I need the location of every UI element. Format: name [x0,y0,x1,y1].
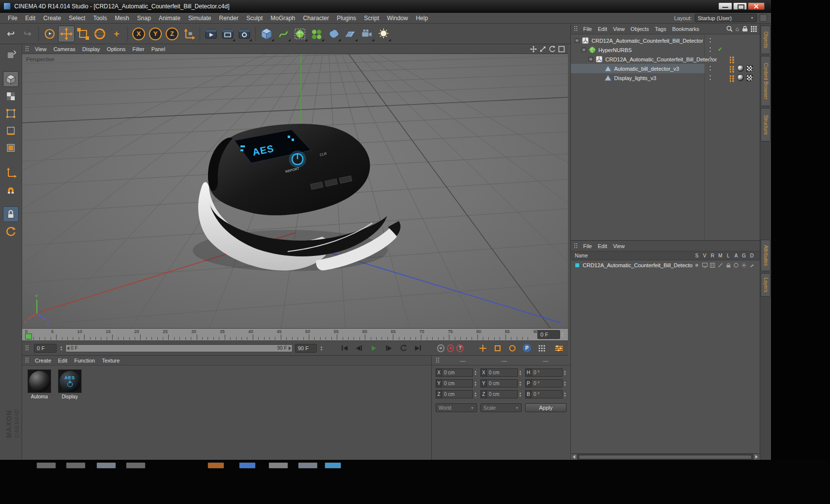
edge-mode-button[interactable] [3,123,19,139]
render-settings-button[interactable] [236,26,253,42]
position-y-field[interactable]: 0 cm [442,379,473,388]
model-mode-button[interactable] [3,71,19,87]
key-pla-toggle[interactable] [535,343,548,354]
object-row-detector-root[interactable]: − CRD12A_Automatic_Counterfeit_Bill_Dete… [571,36,760,45]
end-frame-field[interactable]: 90 F [295,344,317,353]
autokey-toggle[interactable] [447,344,454,352]
rotation-h-field[interactable]: 0 ° [532,368,563,377]
add-cube-button[interactable] [258,26,275,42]
scrollbar-thumb[interactable] [579,455,752,459]
current-frame-marker[interactable] [25,334,32,339]
field-stepper[interactable]: ▲▼ [563,392,566,397]
panel-grid-icon[interactable] [751,26,757,32]
menu-tools[interactable]: Tools [89,14,111,23]
taskbar-item[interactable] [36,462,56,469]
menu-help[interactable]: Help [412,14,432,23]
coords-header-rotation[interactable]: — [525,358,566,364]
field-stepper[interactable]: ▲▼ [563,370,566,376]
camera-rotate-icon[interactable] [549,46,556,53]
field-stepper[interactable]: ▲▼ [519,392,522,397]
record-keyframe-button[interactable] [437,344,445,352]
lock-icon[interactable] [742,26,748,32]
layer-row[interactable]: CRD12A_Automatic_Counterfeit_Bill_Detect… [571,260,760,270]
column-a[interactable]: A [732,253,740,258]
add-light-button[interactable] [375,26,392,42]
panel-grip[interactable] [574,26,578,32]
menu-edit[interactable]: Edit [21,14,39,23]
key-scale-toggle[interactable] [491,343,504,354]
menu-sculpt[interactable]: Sculpt [242,14,267,23]
undo-button[interactable]: ↩ [2,26,19,42]
live-selection-tool[interactable] [41,26,58,42]
field-stepper[interactable]: ▲▼ [519,381,522,387]
viewport-menu-panel[interactable]: Panel [148,46,169,53]
layout-menu-icon[interactable] [760,14,767,22]
field-stepper[interactable]: ▲▼ [474,392,477,397]
column-d[interactable]: D [748,253,756,258]
visibility-dots[interactable] [709,56,711,62]
next-frame-button[interactable] [383,343,395,354]
column-s[interactable]: S [693,253,701,258]
make-editable-button[interactable] [3,47,19,62]
field-stepper[interactable]: ▲▼ [474,370,477,376]
scale-mode-dropdown[interactable]: Scale▼ [480,403,522,412]
menu-mograph[interactable]: MoGraph [267,14,299,23]
position-x-field[interactable]: 0 cm [442,368,473,377]
layers-menu-edit[interactable]: Edit [595,243,610,250]
ruler-frame-field[interactable]: 0 F [537,330,560,339]
position-z-field[interactable]: 0 cm [442,390,473,398]
tag-dots[interactable] [730,56,735,63]
material-menu-create[interactable]: Create [31,357,55,364]
previous-frame-button[interactable] [353,343,365,354]
menu-window[interactable]: Window [383,14,412,23]
layer-toggle-s[interactable] [693,263,701,268]
tab-structure[interactable]: Structure [761,108,771,141]
add-subdivision-surface-button[interactable] [292,26,308,42]
taskbar-item[interactable] [325,462,341,469]
menu-create[interactable]: Create [39,14,65,23]
menu-animate[interactable]: Animate [155,14,184,23]
panel-grip[interactable] [25,46,29,52]
play-button[interactable] [368,343,380,354]
viewport-menu-view[interactable]: View [31,46,50,53]
objects-menu-objects[interactable]: Objects [627,26,652,32]
timeline-ruler[interactable]: 05 1015 2025 3035 4045 5055 6065 7075 80… [22,328,568,341]
material-item[interactable]: Automa [26,369,53,399]
menu-plugins[interactable]: Plugins [333,14,360,23]
object-row-detector-child[interactable]: − CRD12A_Automatic_Counterfeit_Bill_Dete… [571,55,760,64]
tab-layers[interactable]: Layers [761,273,771,297]
axis-lock-x[interactable]: X [130,26,147,42]
objects-menu-file[interactable]: File [580,26,595,32]
rotation-p-field[interactable]: 0 ° [532,379,563,388]
layer-toggle-d[interactable] [748,263,756,268]
object-row-bill-detector-mesh[interactable]: Automatic_bill_detector_v3 [571,64,760,73]
size-z-field[interactable]: 0 cm [487,390,518,398]
add-spline-button[interactable] [275,26,292,42]
taskbar-item[interactable] [96,462,116,469]
axis-lock-y[interactable]: Y [147,26,164,42]
home-icon[interactable]: ⌂ [736,26,739,32]
objects-menu-edit[interactable]: Edit [595,26,610,32]
redo-button[interactable]: ↪ [19,26,36,42]
taskbar-item[interactable] [208,462,224,469]
tag-dots[interactable] [730,75,735,82]
objects-menu-view[interactable]: View [610,26,628,32]
layout-dropdown[interactable]: Startup (User) ▼ [695,14,757,22]
object-row-hypernurbs[interactable]: − HyperNURBS ✓ [571,45,760,55]
apply-button[interactable]: Apply [525,403,566,412]
layer-toggle-a[interactable] [732,263,740,268]
taskbar-item[interactable] [66,462,86,469]
add-camera-button[interactable] [358,26,375,42]
material-thumbnail[interactable]: AES [58,369,82,393]
axis-lock-z[interactable]: Z [164,26,180,42]
render-view-button[interactable] [203,26,219,42]
current-frame-stepper[interactable]: ▲▼ [60,345,63,351]
horizontal-scrollbar[interactable] [571,453,760,460]
rotate-tool[interactable] [91,26,108,42]
current-frame-field[interactable]: 0 F [34,344,57,353]
coordinate-space-dropdown[interactable]: World▼ [436,403,477,412]
rotation-b-field[interactable]: 0 ° [532,390,563,398]
viewport-solo-toggle[interactable] [3,224,19,239]
last-used-tool[interactable]: + [108,26,125,42]
layer-color-swatch[interactable] [575,263,580,268]
